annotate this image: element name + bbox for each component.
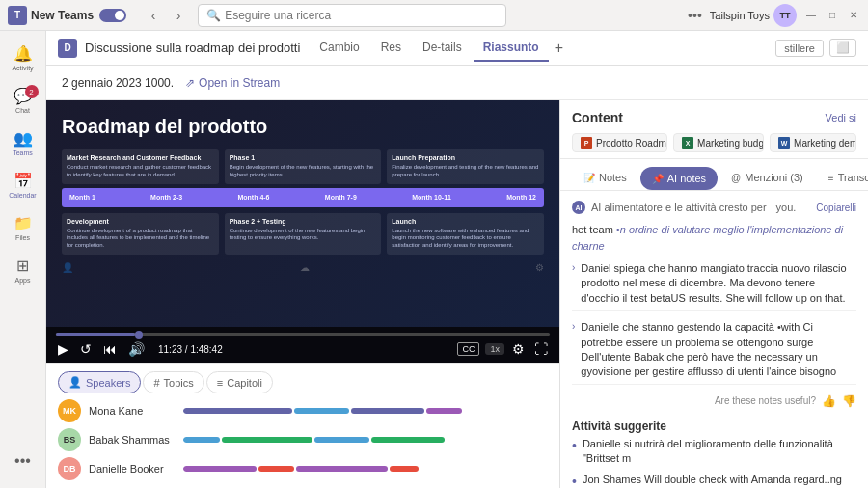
more-dots-icon: ••• bbox=[14, 452, 31, 470]
capitoli-tab-icon: ≡ bbox=[217, 377, 223, 389]
time-current: 11:23 bbox=[158, 344, 182, 355]
sidebar-item-apps[interactable]: ⊞ Apps bbox=[4, 251, 42, 289]
maximize-button[interactable]: □ bbox=[826, 9, 839, 22]
tab-res[interactable]: Res bbox=[371, 35, 411, 62]
tab-add-button[interactable]: + bbox=[551, 40, 567, 57]
tab-menzioni[interactable]: @ Menzioni (3) bbox=[719, 167, 815, 190]
topics-tab-label: Topics bbox=[164, 377, 194, 389]
transcript-tab-icon: ≡ bbox=[828, 173, 834, 183]
toggle-switch[interactable] bbox=[99, 9, 126, 22]
summary-text-1: Danielle che stanno gestendo la capacità… bbox=[581, 320, 856, 380]
task-item-0: • Danielle si nutrirà del miglioramento … bbox=[572, 437, 856, 467]
doc-tab-icon: D bbox=[58, 39, 77, 58]
user-name: Tailspin Toys bbox=[710, 10, 770, 21]
slide-dev-text-1: Continue development of the new features… bbox=[230, 228, 377, 243]
content-title: Content bbox=[572, 110, 623, 125]
sidebar-item-activity[interactable]: 🔔 Activity bbox=[4, 39, 42, 77]
video-controls: ▶ ↺ ⏮ 🔊 11:23 / 1:48:42 CC 1x ⚙ bbox=[46, 327, 559, 363]
speaker-avatar-0: MK bbox=[58, 399, 81, 422]
summary-arrow-1: › bbox=[572, 321, 575, 380]
speaker-name-0: Mona Kane bbox=[89, 405, 176, 417]
search-input[interactable] bbox=[225, 9, 498, 22]
doc-label-1: Marketing budget... bbox=[697, 138, 764, 149]
sidebar-item-teams[interactable]: 👥 Teams bbox=[4, 123, 42, 162]
sidebar: 🔔 Activity 💬 Chat 2 👥 Teams 📅 Calendar 📁… bbox=[0, 31, 46, 488]
speakers-tab[interactable]: 👤 Speakers bbox=[58, 371, 141, 393]
tab-details[interactable]: De-tails bbox=[413, 35, 472, 62]
bar-seg bbox=[296, 466, 388, 472]
slide-section-title-0: Market Research and Customer Feedback bbox=[67, 154, 214, 161]
team-note-highlight: •n ordine di valutare meglio l'implement… bbox=[572, 224, 843, 252]
ai-notes-tab-label: AI notes bbox=[667, 173, 706, 184]
skip-back-button[interactable]: ⏮ bbox=[101, 341, 119, 357]
sidebar-item-files[interactable]: 📁 Files bbox=[4, 208, 42, 247]
summary-item-1: › Danielle che stanno gestendo la capaci… bbox=[572, 316, 856, 385]
task-item-1: • Jon Shames Will double check with Aman… bbox=[572, 473, 856, 488]
share-button[interactable]: ⬜ bbox=[829, 39, 856, 57]
search-bar[interactable]: 🔍 bbox=[198, 4, 506, 27]
wd-icon: W bbox=[778, 137, 790, 149]
speaker-bars-0 bbox=[183, 408, 548, 414]
controls-row: ▶ ↺ ⏮ 🔊 11:23 / 1:48:42 CC 1x ⚙ bbox=[56, 341, 550, 357]
more-icon[interactable]: ••• bbox=[688, 8, 702, 23]
bar-seg bbox=[183, 437, 220, 443]
slide-section-1: Phase 1 Begin development of the new fea… bbox=[225, 149, 382, 184]
see-all-button[interactable]: Vedi si bbox=[826, 112, 856, 123]
speakers-tab-icon: 👤 bbox=[68, 376, 82, 389]
nav-back-button[interactable]: ‹ bbox=[142, 4, 165, 27]
summary-text-0: Daniel spiega che hanno mangiato traccia… bbox=[581, 261, 856, 306]
speaker-avatar-1: BS bbox=[58, 428, 81, 451]
speaker-bars-2 bbox=[183, 466, 548, 472]
speaker-name-1: Babak Shammas bbox=[89, 434, 176, 446]
tab-ai-notes[interactable]: 📌 AI notes bbox=[640, 167, 718, 190]
notes-tabs: 📝 Notes 📌 AI notes @ Menzioni (3) ≡ Tran… bbox=[560, 159, 868, 191]
close-button[interactable]: ✕ bbox=[847, 9, 860, 22]
speed-badge[interactable]: 1x bbox=[485, 343, 504, 355]
tab-cambio[interactable]: Cambio bbox=[310, 35, 368, 62]
split-area: Roadmap del prodotto Market Research and… bbox=[46, 100, 868, 488]
sidebar-item-more[interactable]: ••• bbox=[4, 442, 42, 480]
cc-button[interactable]: CC bbox=[457, 342, 479, 356]
bar-seg bbox=[390, 466, 419, 472]
topics-tab[interactable]: # Topics bbox=[143, 371, 203, 393]
nav-forward-button[interactable]: › bbox=[167, 4, 190, 27]
speakers-tab-label: Speakers bbox=[86, 377, 130, 389]
volume-button[interactable]: 🔊 bbox=[126, 341, 147, 357]
play-button[interactable]: ▶ bbox=[56, 341, 70, 357]
right-panel: Content Vedi si P Prodotto Roadmap... X … bbox=[559, 100, 868, 488]
video-slide: Roadmap del prodotto Market Research and… bbox=[46, 100, 559, 327]
thumbs-up-button[interactable]: 👍 bbox=[822, 394, 836, 408]
open-stream-button[interactable]: ⇗ Open in Stream bbox=[185, 76, 280, 90]
tab-riassunto[interactable]: Riassunto bbox=[474, 35, 549, 62]
settings-video-button[interactable]: ⚙ bbox=[510, 341, 527, 357]
bar-seg bbox=[183, 408, 292, 414]
speaker-name-2: Danielle Booker bbox=[89, 463, 176, 474]
progress-bar[interactable] bbox=[56, 333, 550, 336]
thumbs-down-button[interactable]: 👎 bbox=[842, 394, 856, 408]
avatar: TT bbox=[773, 4, 797, 27]
fullscreen-button[interactable]: ⛶ bbox=[532, 341, 550, 357]
stillere-button[interactable]: stillere bbox=[775, 40, 824, 57]
minimize-button[interactable]: — bbox=[804, 9, 818, 22]
tab-transcript[interactable]: ≡ Transcript bbox=[817, 167, 868, 190]
sidebar-item-chat[interactable]: 💬 Chat 2 bbox=[4, 81, 42, 120]
rewind-button[interactable]: ↺ bbox=[78, 341, 94, 357]
doc-chip-2[interactable]: W Marketing demo... bbox=[770, 133, 856, 152]
sidebar-item-calendar[interactable]: 📅 Calendar bbox=[4, 166, 42, 204]
main-layout: 🔔 Activity 💬 Chat 2 👥 Teams 📅 Calendar 📁… bbox=[0, 31, 868, 488]
feedback-row: Are these notes useful? 👍 👎 bbox=[572, 391, 856, 412]
teams-sidebar-icon: 👥 bbox=[14, 129, 33, 148]
doc-chip-1[interactable]: X Marketing budget... bbox=[673, 133, 764, 152]
video-content: Roadmap del prodotto Market Research and… bbox=[46, 100, 559, 327]
tab-notes[interactable]: 📝 Notes bbox=[572, 167, 638, 190]
speaker-bars-1 bbox=[183, 437, 548, 443]
summary-item-0: › Daniel spiega che hanno mangiato tracc… bbox=[572, 258, 856, 311]
capitoli-tab[interactable]: ≡ Capitoli bbox=[206, 371, 273, 393]
doc-chip-0[interactable]: P Prodotto Roadmap... bbox=[572, 133, 667, 152]
ai-indicator-row: AI AI alimentatore e le attività cresto … bbox=[572, 201, 856, 214]
bar-seg bbox=[183, 466, 257, 472]
activity-icon: 🔔 bbox=[14, 44, 33, 63]
progress-fill bbox=[56, 333, 135, 336]
copy-button[interactable]: Copiarelli bbox=[816, 203, 856, 213]
task-text-1: Jon Shames Will double check with Amanda… bbox=[583, 473, 856, 488]
